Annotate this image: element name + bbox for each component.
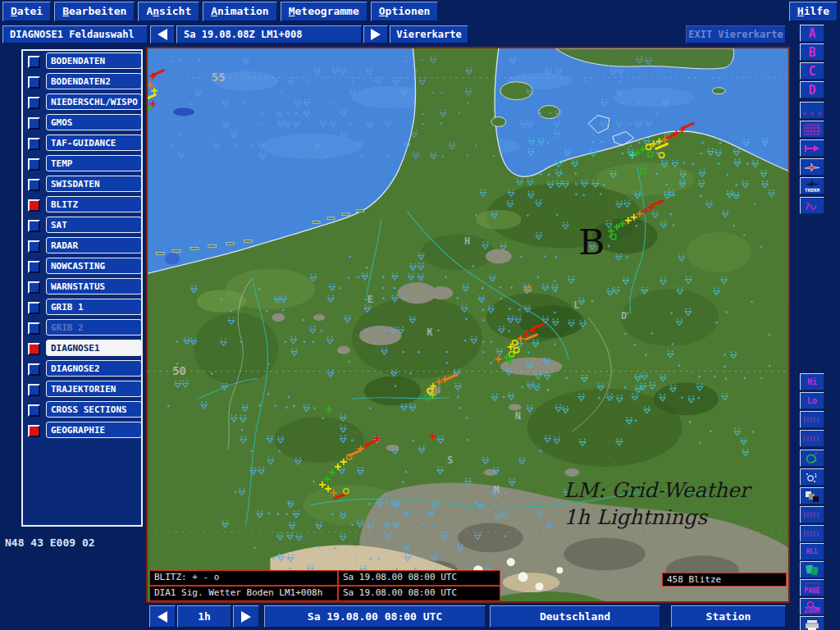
layer-row: NOWCASTING: [23, 256, 141, 276]
dim-button-3[interactable]: [800, 506, 824, 523]
layer-checkbox-bodendaten[interactable]: [28, 56, 40, 68]
layer-button-bodendaten[interactable]: BODENDATEN: [46, 52, 142, 69]
application-window: DateiBearbeitenAnsichtAnimationMeteogram…: [0, 0, 840, 630]
figure-button[interactable]: [800, 197, 824, 214]
quadrant-a-button[interactable]: A: [800, 25, 824, 42]
quadrant-b-button[interactable]: B: [800, 43, 824, 61]
layer-checkbox-radar[interactable]: [28, 240, 40, 253]
layer-checkbox-blitz[interactable]: [28, 199, 40, 212]
layer-row: TEMP: [23, 153, 141, 174]
layer-checkbox-temp[interactable]: [28, 158, 40, 171]
layer-button-grib-2[interactable]: GRIB 2: [46, 319, 142, 336]
layer-checkbox-nowcasting[interactable]: [28, 261, 40, 273]
print-button[interactable]: [800, 616, 824, 630]
exit-viererkarte-button[interactable]: EXIT Viererkarte: [686, 25, 786, 43]
layer-checkbox-taf-guidance[interactable]: [28, 138, 40, 150]
layers-button[interactable]: [800, 487, 824, 504]
datetime-button[interactable]: Sa 19.08.00 08:00 UTC: [264, 605, 486, 628]
right-arrow-icon: [241, 611, 251, 623]
layer-checkbox-warnstatus[interactable]: [28, 281, 40, 294]
illegible-glyphs: [804, 417, 820, 422]
layer-checkbox-grib-2[interactable]: [28, 322, 40, 335]
lo-button[interactable]: Lo: [800, 392, 824, 409]
contour-button[interactable]: [800, 450, 824, 467]
layer-checkbox-gmos[interactable]: [28, 117, 40, 130]
layer-button-temp[interactable]: TEMP: [46, 155, 142, 171]
layer-button-taf-guidance[interactable]: TAF-GUIDANCE: [46, 135, 142, 151]
dim-button-1[interactable]: [800, 411, 824, 428]
time-step-button[interactable]: 1h: [177, 605, 231, 628]
layer-checkbox-sat[interactable]: [28, 220, 40, 232]
layer-button-diagnose1[interactable]: DIAGNOSE1: [46, 340, 142, 356]
layer-checkbox-cross-sections[interactable]: [28, 404, 40, 417]
time-prev-button[interactable]: [149, 605, 176, 628]
menubar-items: DateiBearbeitenAnsichtAnimationMeteogram…: [0, 2, 438, 21]
layer-checkbox-bodendaten2[interactable]: [28, 76, 40, 89]
feldauswahl-button[interactable]: DIAGNOSE1 Feldauswahl: [2, 25, 148, 43]
time-next-button[interactable]: [233, 605, 259, 628]
hi-button[interactable]: Hi: [800, 373, 824, 390]
layer-checkbox-swisdaten[interactable]: [28, 179, 40, 191]
time-step-back-button[interactable]: [150, 25, 175, 43]
layer-button-geographie[interactable]: GEOGRAPHIE: [46, 422, 142, 438]
layer-button-warnstatus[interactable]: WARNSTATUS: [46, 278, 142, 294]
layer-button-sat[interactable]: SAT: [46, 217, 142, 233]
layer-row: SAT: [23, 215, 141, 235]
station-button[interactable]: Station: [671, 605, 786, 628]
therm-aircraft-button[interactable]: THERM: [800, 177, 824, 194]
layer-button-grib-1[interactable]: GRIB 1: [46, 299, 142, 315]
layer-checkbox-diagnose2[interactable]: [28, 363, 40, 376]
layer-button-swisdaten[interactable]: SWISDATEN: [46, 176, 142, 192]
layer-button-cross-sections[interactable]: CROSS SECTIONS: [46, 401, 142, 418]
menu-item-animation[interactable]: Animation: [203, 2, 276, 21]
svg-text:D: D: [621, 310, 627, 322]
hll-button[interactable]: HLL: [800, 543, 824, 560]
layer-button-bodendaten2[interactable]: BODENDATEN2: [46, 73, 142, 89]
page-button[interactable]: PAGE: [800, 579, 824, 596]
menu-item-bearbeiten[interactable]: Bearbeiten: [54, 2, 135, 21]
grid-icon-button[interactable]: [800, 121, 824, 138]
layer-button-radar[interactable]: RADAR: [46, 237, 142, 253]
dim-button-4[interactable]: [800, 525, 824, 542]
layer-button-trajektorien[interactable]: TRAJEKTORIEN: [46, 381, 142, 397]
layer-button-nowcasting[interactable]: NOWCASTING: [46, 258, 142, 274]
coordinate-readout: N48 43 E009 02: [5, 536, 95, 549]
menu-item-optionen[interactable]: Optionen: [371, 2, 439, 21]
layer-checkbox-trajektorien[interactable]: [28, 384, 40, 396]
map-time-box-1: Sa 19.08.00 08:00 UTC: [338, 570, 500, 586]
svg-text:50: 50: [172, 364, 186, 377]
map-annotation: 1h Lightnings: [564, 505, 708, 529]
layer-checkbox-diagnose1[interactable]: [28, 343, 40, 355]
dim-button-2[interactable]: [800, 430, 824, 447]
map-canvas[interactable]: HEKLDNMS5550BLM: Grid-Weather1h Lightnin…: [146, 47, 790, 603]
layer-row: RADAR: [23, 235, 141, 256]
layer-row: BODENDATEN: [23, 51, 141, 71]
menu-item-hilfe[interactable]: Hilfe: [789, 2, 838, 21]
time-step-forward-button[interactable]: [363, 25, 388, 43]
viererkarte-button[interactable]: Viererkarte: [390, 25, 468, 43]
more-button[interactable]: ...: [800, 102, 824, 119]
menu-item-meteogramme[interactable]: Meteogramme: [281, 2, 368, 21]
layer-button-blitz[interactable]: BLITZ: [46, 196, 142, 212]
quadrant-d-button[interactable]: D: [800, 81, 824, 98]
layer-row: DIAGNOSE2: [23, 358, 141, 379]
region-button[interactable]: Deutschland: [490, 605, 660, 628]
aircraft-button[interactable]: [800, 158, 824, 176]
layer-row: BLITZ: [23, 194, 141, 215]
menu-item-datei[interactable]: Datei: [2, 2, 51, 21]
layer-button-gmos[interactable]: GMOS: [46, 114, 142, 130]
layer-checkbox-grib-1[interactable]: [28, 302, 40, 314]
plane-icon: [804, 162, 820, 173]
model-time-field[interactable]: Sa 19.08.08Z LM1+008: [176, 25, 362, 43]
quadrant-c-button[interactable]: C: [800, 62, 824, 80]
layer-button-diagnose2[interactable]: DIAGNOSE2: [46, 360, 142, 377]
layer-button-niederschl-wispo[interactable]: NIEDERSCHL/WISPO: [46, 94, 142, 110]
svg-text:K: K: [427, 326, 433, 338]
layer-checkbox-geographie[interactable]: [28, 425, 40, 437]
zoom-button[interactable]: ZOOM: [800, 598, 824, 615]
station-number-button[interactable]: 1: [800, 468, 824, 486]
menu-item-ansicht[interactable]: Ansicht: [138, 2, 199, 21]
copy-button[interactable]: [800, 561, 824, 578]
route-arrow-button[interactable]: [800, 139, 824, 157]
layer-checkbox-niederschl-wispo[interactable]: [28, 97, 40, 109]
